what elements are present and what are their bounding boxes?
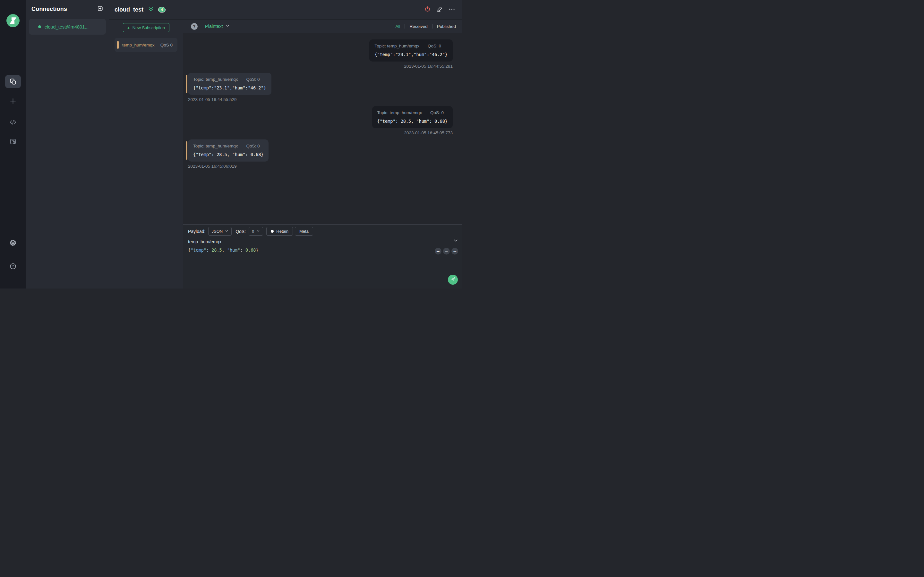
chevron-down-icon xyxy=(225,229,228,234)
subscription-color-bar xyxy=(117,41,119,49)
messages-toolbar: ? Plaintext All Received xyxy=(183,19,462,33)
nav-script-button[interactable] xyxy=(5,116,21,129)
mqttx-app: ? Connections cloud_test@m4801... xyxy=(0,0,462,288)
received-message-card[interactable]: Topic: temp_hum/emqx QoS: 0 {"temp": 28.… xyxy=(188,139,268,161)
payload-format-help-icon[interactable]: ? xyxy=(191,23,198,30)
connection-topbar: cloud_test 4 xyxy=(109,0,462,19)
main-region: cloud_test 4 xyxy=(109,0,462,288)
connection-title: cloud_test xyxy=(115,6,144,13)
message-payload: {"temp": 28.5, "hum": 0.68} xyxy=(377,119,447,124)
message-topic: Topic: temp_hum/emqx xyxy=(193,77,238,82)
chevron-down-icon xyxy=(256,229,260,234)
power-icon xyxy=(424,6,431,13)
plus-icon xyxy=(9,97,17,105)
message-topic: Topic: temp_hum/emqx xyxy=(377,110,422,115)
message-meta: Topic: temp_hum/emqx QoS: 0 xyxy=(375,44,447,48)
right-arrow-icon: → xyxy=(453,250,456,253)
payload-format-dropdown[interactable]: Plaintext xyxy=(205,24,230,29)
message-payload: {"temp":"23.1","hum":"46.2"} xyxy=(375,52,447,57)
message-topic: Topic: temp_hum/emqx xyxy=(193,143,238,148)
payload-type-value: JSON xyxy=(212,229,223,234)
left-arrow-icon: ← xyxy=(436,250,439,253)
filter-published[interactable]: Published xyxy=(433,24,457,29)
log-icon xyxy=(9,138,17,145)
qos-select[interactable]: 0 xyxy=(249,227,263,235)
connections-panel: Connections cloud_test@m4801... xyxy=(26,0,109,288)
subscription-item[interactable]: temp_hum/emqx QoS 0 xyxy=(115,38,178,52)
new-window-button[interactable] xyxy=(97,5,103,13)
retain-toggle[interactable]: Retain xyxy=(266,227,293,235)
received-color-bar xyxy=(186,141,187,160)
publish-area: Payload: JSON QoS: 0 xyxy=(183,224,462,288)
payload-type-select[interactable]: JSON xyxy=(208,227,232,235)
message-row-published: Topic: temp_hum/emqx QoS: 0 {"temp":"23.… xyxy=(188,39,453,69)
send-button[interactable] xyxy=(448,275,458,285)
edit-connection-button[interactable] xyxy=(436,6,443,13)
history-prev-button[interactable]: ← xyxy=(435,248,441,255)
message-row-received: Topic: temp_hum/emqx QoS: 0 {"temp": 28.… xyxy=(188,139,453,169)
mqttx-logo xyxy=(6,14,19,27)
received-message-card[interactable]: Topic: temp_hum/emqx QoS: 0 {"temp":"23.… xyxy=(188,73,271,95)
received-color-bar xyxy=(186,75,187,93)
message-payload: {"temp":"23.1","hum":"46.2"} xyxy=(193,85,266,90)
connections-title: Connections xyxy=(31,6,67,13)
question-circle-icon: ? xyxy=(9,263,17,270)
double-chevron-down-icon xyxy=(148,6,153,13)
retain-label: Retain xyxy=(276,229,288,234)
connections-header: Connections xyxy=(26,5,109,13)
payload-format-value: Plaintext xyxy=(205,24,223,29)
message-qos: QoS: 0 xyxy=(246,77,260,82)
nav-connections-button[interactable] xyxy=(5,75,21,88)
chevron-down-icon xyxy=(226,24,230,29)
message-row-published: Topic: temp_hum/emqx QoS: 0 {"temp": 28.… xyxy=(188,106,453,135)
new-connection-button[interactable] xyxy=(5,95,21,108)
message-payload: {"temp": 28.5, "hum": 0.68} xyxy=(193,152,263,157)
filter-all[interactable]: All xyxy=(391,24,405,29)
history-next-button[interactable]: → xyxy=(451,248,458,255)
minus-icon: − xyxy=(445,250,448,253)
pencil-icon xyxy=(436,6,443,13)
svg-text:?: ? xyxy=(12,264,14,268)
topbar-actions xyxy=(424,6,455,13)
help-button[interactable]: ? xyxy=(5,259,21,273)
gear-icon xyxy=(9,239,17,247)
message-qos: QoS: 0 xyxy=(246,143,260,148)
published-message-card[interactable]: Topic: temp_hum/emqx QoS: 0 {"temp":"23.… xyxy=(369,39,453,61)
message-timestamp: 2023-01-05 16:44:55:281 xyxy=(404,64,453,69)
meta-button[interactable]: Meta xyxy=(295,227,313,235)
topic-input[interactable]: temp_hum/emqx xyxy=(188,239,221,244)
message-list: Topic: temp_hum/emqx QoS: 0 {"temp":"23.… xyxy=(183,33,462,224)
disconnect-button[interactable] xyxy=(424,6,431,13)
message-qos: QoS: 0 xyxy=(430,110,444,115)
history-nav: ← − → xyxy=(435,248,458,255)
message-meta: Topic: temp_hum/emqx QoS: 0 xyxy=(193,143,263,148)
settings-button[interactable] xyxy=(5,236,21,250)
nav-log-button[interactable] xyxy=(5,135,21,148)
retain-dot-icon xyxy=(271,230,274,233)
messages-column: ? Plaintext All Received xyxy=(183,19,462,288)
qos-label: QoS: xyxy=(236,229,246,234)
connections-icon xyxy=(9,78,17,85)
subscriptions-panel: + New Subscription temp_hum/emqx QoS 0 xyxy=(109,19,183,288)
history-minimize-button[interactable]: − xyxy=(443,248,450,255)
connection-item[interactable]: cloud_test@m4801... xyxy=(29,19,106,35)
square-plus-icon xyxy=(97,5,103,13)
subscription-qos: QoS 0 xyxy=(160,43,173,47)
meta-label: Meta xyxy=(299,229,309,234)
payload-label: Payload: xyxy=(188,229,205,234)
collapse-panels-button[interactable] xyxy=(148,6,153,13)
new-subscription-label: New Subscription xyxy=(132,25,165,30)
published-message-card[interactable]: Topic: temp_hum/emqx QoS: 0 {"temp": 28.… xyxy=(372,106,453,128)
payload-editor-line[interactable]: {"temp": 28.5, "hum": 0.68} xyxy=(188,247,457,253)
message-topic: Topic: temp_hum/emqx xyxy=(375,44,419,48)
new-subscription-button[interactable]: + New Subscription xyxy=(123,23,170,32)
message-meta: Topic: temp_hum/emqx QoS: 0 xyxy=(193,77,266,82)
filter-received[interactable]: Received xyxy=(405,24,432,29)
more-options-button[interactable] xyxy=(449,6,455,13)
message-row-received: Topic: temp_hum/emqx QoS: 0 {"temp":"23.… xyxy=(188,73,453,102)
code-icon xyxy=(9,119,17,126)
qos-value: 0 xyxy=(252,229,254,234)
connection-name: cloud_test@m4801... xyxy=(45,24,89,29)
collapse-publish-button[interactable] xyxy=(453,238,458,244)
message-qos: QoS: 0 xyxy=(428,44,441,48)
